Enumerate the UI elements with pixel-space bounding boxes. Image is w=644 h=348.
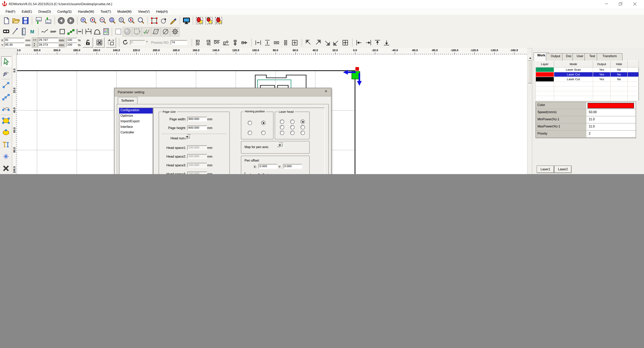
homing-bottom-right-radio[interactable] [261, 131, 266, 135]
height-input[interactable] [38, 42, 58, 47]
map-pen-combo[interactable]: U [279, 143, 284, 148]
color-value-swatch[interactable] [588, 103, 634, 108]
slant-correct-icon[interactable] [151, 27, 160, 36]
align-center-v-icon[interactable] [240, 38, 248, 46]
page-height-input[interactable] [187, 126, 207, 130]
zoom-in-icon[interactable] [89, 16, 98, 25]
dialog-nav-interface[interactable]: Interface [119, 125, 153, 130]
close-button[interactable] [629, 0, 641, 7]
menu-configs[interactable]: Config(S) [54, 8, 75, 14]
vertical-scroll-thumb[interactable] [528, 61, 532, 83]
menu-modelm[interactable]: Model(M) [114, 8, 135, 14]
layer-row[interactable]: Laser CutYesNo [536, 72, 639, 77]
laser-head-radio-8[interactable] [290, 131, 294, 135]
open-file-icon[interactable] [11, 16, 21, 25]
select-tool-icon[interactable] [1, 56, 12, 67]
dialog-nav-controller[interactable]: Controller [119, 130, 153, 136]
to-right-edge-icon[interactable] [364, 38, 372, 46]
pen-offset-x-input[interactable] [258, 164, 278, 169]
align-left-icon[interactable] [194, 38, 202, 46]
save-file-icon[interactable] [21, 16, 30, 25]
cut-output-2-icon[interactable] [204, 16, 214, 25]
edit-pen-icon[interactable] [168, 16, 178, 25]
y-position-input[interactable] [4, 42, 25, 47]
height-percent-input[interactable] [66, 42, 77, 47]
laser2-button[interactable]: Laser2 [554, 166, 572, 173]
layer-col-hide[interactable]: Hide [610, 61, 628, 67]
x-position-input[interactable] [4, 38, 25, 42]
laser-head-radio-2[interactable] [290, 120, 294, 124]
dialog-nav-configuration[interactable]: Configuration [119, 108, 153, 114]
blank-box-icon[interactable] [114, 27, 122, 36]
to-top-edge-icon[interactable] [374, 38, 382, 46]
cut-output-3-icon[interactable] [214, 16, 224, 25]
zoom-to-page-icon[interactable] [108, 16, 117, 25]
line-tool-icon[interactable] [1, 80, 11, 90]
head-space-input[interactable] [187, 163, 207, 168]
align-bottom-icon[interactable] [222, 38, 230, 46]
zoom-to-all-icon[interactable] [117, 16, 127, 25]
menu-toolt[interactable]: Tool(T) [97, 8, 114, 14]
dialog-nav-optimize[interactable]: Optimize [119, 114, 153, 119]
import-image-icon[interactable] [34, 16, 43, 25]
machine-settings-icon[interactable] [170, 27, 180, 36]
layer-col-layer[interactable]: Layer [536, 61, 554, 67]
rotate-input[interactable] [130, 40, 145, 45]
to-top-right-icon[interactable] [314, 38, 322, 46]
width-percent-input[interactable] [66, 38, 77, 42]
layer-row[interactable]: Laser ScanYesNo [536, 67, 639, 72]
align-right-icon[interactable] [204, 38, 212, 46]
menu-edite[interactable]: Edit(E) [18, 8, 35, 14]
layer-col-output[interactable]: Output [593, 61, 610, 67]
homing-top-left-radio[interactable] [248, 121, 252, 125]
equal-h-space-icon[interactable] [254, 38, 262, 46]
layer-color-swatch[interactable] [536, 77, 554, 81]
position-anchor-icon[interactable] [106, 37, 116, 48]
point-tool-icon[interactable] [1, 152, 11, 161]
property-value[interactable] [586, 102, 636, 109]
pan-view-icon[interactable] [79, 16, 89, 25]
rectangle-tool-icon[interactable] [1, 116, 11, 126]
equal-v-space-icon[interactable] [263, 38, 271, 46]
node-edit-tool-icon[interactable] [1, 68, 11, 78]
laser-head-radio-6[interactable] [300, 125, 305, 129]
circle-slash-icon[interactable] [160, 27, 170, 36]
undo-icon[interactable] [56, 16, 66, 25]
homing-bottom-left-radio[interactable] [248, 131, 252, 135]
laser-head-radio-3[interactable] [300, 120, 305, 124]
layer-row[interactable]: Laser CutYesNo [536, 77, 639, 82]
property-value[interactable]: 11.0 [586, 116, 636, 123]
bmp-icon[interactable]: BMP [49, 27, 58, 36]
laser-head-radio-9[interactable] [300, 131, 305, 135]
zoom-out-icon[interactable] [98, 16, 108, 25]
same-size-icon[interactable] [291, 38, 299, 46]
h-distance-icon[interactable] [75, 27, 84, 36]
laser-head-radio-4[interactable] [280, 125, 284, 129]
export-image-icon[interactable] [43, 16, 53, 25]
pick-tool-icon[interactable] [10, 27, 19, 36]
laser-head-radio-1[interactable] [280, 120, 284, 124]
track-frame-icon[interactable] [150, 16, 159, 25]
to-left-edge-icon[interactable] [355, 38, 363, 46]
menu-drawd[interactable]: Draw(D) [35, 8, 54, 14]
property-row[interactable]: Priority2 [536, 131, 636, 138]
head-space-input[interactable] [187, 154, 207, 159]
align-top-icon[interactable] [213, 38, 221, 46]
rotate-icon[interactable] [122, 39, 128, 46]
width-input[interactable] [38, 38, 58, 42]
zoom-to-selection-icon[interactable] [127, 16, 136, 25]
cut-output-1-icon[interactable] [195, 16, 204, 25]
head-space-input[interactable] [187, 172, 207, 174]
head-space-input[interactable] [187, 145, 207, 150]
curve-smooth-icon[interactable] [40, 27, 49, 36]
select-region-icon[interactable] [132, 27, 142, 36]
delete-tool-icon[interactable] [1, 164, 11, 173]
head-num-combo[interactable]: 1 [187, 134, 191, 139]
weld-shapes-icon[interactable] [92, 27, 101, 36]
data-check-icon[interactable] [142, 27, 151, 36]
vertical-scrollbar[interactable] [527, 55, 532, 174]
property-row[interactable]: MaxPower(%)-111.0 [536, 124, 636, 131]
menu-handlew[interactable]: Handle(W) [75, 8, 97, 14]
property-value[interactable]: 2 [586, 131, 636, 137]
homing-top-right-radio[interactable] [261, 121, 266, 125]
